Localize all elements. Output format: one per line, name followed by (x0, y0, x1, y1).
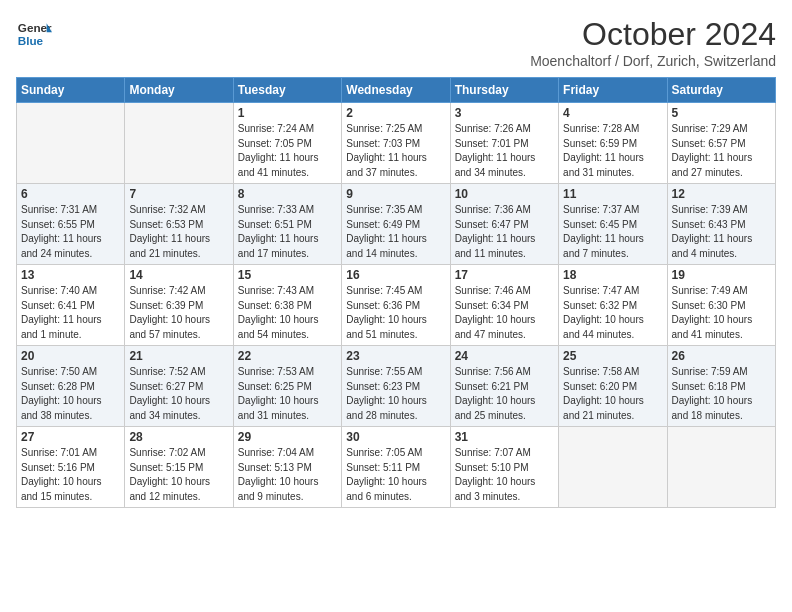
sunset-text: Sunset: 6:30 PM (672, 300, 746, 311)
calendar-cell: 25Sunrise: 7:58 AMSunset: 6:20 PMDayligh… (559, 346, 667, 427)
calendar-cell: 31Sunrise: 7:07 AMSunset: 5:10 PMDayligh… (450, 427, 558, 508)
weekday-header-friday: Friday (559, 78, 667, 103)
daylight-text: Daylight: 11 hours and 27 minutes. (672, 152, 753, 178)
day-info: Sunrise: 7:39 AMSunset: 6:43 PMDaylight:… (672, 203, 771, 261)
day-info: Sunrise: 7:29 AMSunset: 6:57 PMDaylight:… (672, 122, 771, 180)
daylight-text: Daylight: 11 hours and 24 minutes. (21, 233, 102, 259)
daylight-text: Daylight: 11 hours and 31 minutes. (563, 152, 644, 178)
sunrise-text: Sunrise: 7:52 AM (129, 366, 205, 377)
sunset-text: Sunset: 6:21 PM (455, 381, 529, 392)
sunset-text: Sunset: 5:11 PM (346, 462, 420, 473)
sunset-text: Sunset: 6:47 PM (455, 219, 529, 230)
daylight-text: Daylight: 10 hours and 54 minutes. (238, 314, 319, 340)
day-number: 13 (21, 268, 120, 282)
sunrise-text: Sunrise: 7:47 AM (563, 285, 639, 296)
day-number: 24 (455, 349, 554, 363)
sunrise-text: Sunrise: 7:35 AM (346, 204, 422, 215)
sunset-text: Sunset: 6:28 PM (21, 381, 95, 392)
day-number: 8 (238, 187, 337, 201)
sunset-text: Sunset: 6:34 PM (455, 300, 529, 311)
sunrise-text: Sunrise: 7:49 AM (672, 285, 748, 296)
sunset-text: Sunset: 6:20 PM (563, 381, 637, 392)
calendar-cell: 12Sunrise: 7:39 AMSunset: 6:43 PMDayligh… (667, 184, 775, 265)
calendar-cell: 2Sunrise: 7:25 AMSunset: 7:03 PMDaylight… (342, 103, 450, 184)
calendar-cell (559, 427, 667, 508)
calendar-table: SundayMondayTuesdayWednesdayThursdayFrid… (16, 77, 776, 508)
sunrise-text: Sunrise: 7:43 AM (238, 285, 314, 296)
daylight-text: Daylight: 11 hours and 7 minutes. (563, 233, 644, 259)
day-number: 23 (346, 349, 445, 363)
calendar-cell: 28Sunrise: 7:02 AMSunset: 5:15 PMDayligh… (125, 427, 233, 508)
calendar-cell: 23Sunrise: 7:55 AMSunset: 6:23 PMDayligh… (342, 346, 450, 427)
day-number: 6 (21, 187, 120, 201)
title-block: October 2024 Moenchaltorf / Dorf, Zurich… (530, 16, 776, 69)
sunset-text: Sunset: 5:15 PM (129, 462, 203, 473)
sunrise-text: Sunrise: 7:58 AM (563, 366, 639, 377)
daylight-text: Daylight: 11 hours and 1 minute. (21, 314, 102, 340)
day-info: Sunrise: 7:24 AMSunset: 7:05 PMDaylight:… (238, 122, 337, 180)
day-info: Sunrise: 7:05 AMSunset: 5:11 PMDaylight:… (346, 446, 445, 504)
daylight-text: Daylight: 10 hours and 9 minutes. (238, 476, 319, 502)
sunrise-text: Sunrise: 7:46 AM (455, 285, 531, 296)
daylight-text: Daylight: 10 hours and 6 minutes. (346, 476, 427, 502)
sunrise-text: Sunrise: 7:50 AM (21, 366, 97, 377)
daylight-text: Daylight: 11 hours and 41 minutes. (238, 152, 319, 178)
calendar-cell: 1Sunrise: 7:24 AMSunset: 7:05 PMDaylight… (233, 103, 341, 184)
sunset-text: Sunset: 7:05 PM (238, 138, 312, 149)
daylight-text: Daylight: 11 hours and 14 minutes. (346, 233, 427, 259)
calendar-week-5: 27Sunrise: 7:01 AMSunset: 5:16 PMDayligh… (17, 427, 776, 508)
calendar-week-2: 6Sunrise: 7:31 AMSunset: 6:55 PMDaylight… (17, 184, 776, 265)
day-info: Sunrise: 7:58 AMSunset: 6:20 PMDaylight:… (563, 365, 662, 423)
sunset-text: Sunset: 6:39 PM (129, 300, 203, 311)
sunrise-text: Sunrise: 7:59 AM (672, 366, 748, 377)
sunrise-text: Sunrise: 7:55 AM (346, 366, 422, 377)
calendar-cell (667, 427, 775, 508)
daylight-text: Daylight: 10 hours and 44 minutes. (563, 314, 644, 340)
sunrise-text: Sunrise: 7:36 AM (455, 204, 531, 215)
daylight-text: Daylight: 10 hours and 21 minutes. (563, 395, 644, 421)
daylight-text: Daylight: 10 hours and 15 minutes. (21, 476, 102, 502)
sunrise-text: Sunrise: 7:56 AM (455, 366, 531, 377)
daylight-text: Daylight: 10 hours and 47 minutes. (455, 314, 536, 340)
sunrise-text: Sunrise: 7:01 AM (21, 447, 97, 458)
day-info: Sunrise: 7:47 AMSunset: 6:32 PMDaylight:… (563, 284, 662, 342)
calendar-cell: 3Sunrise: 7:26 AMSunset: 7:01 PMDaylight… (450, 103, 558, 184)
sunset-text: Sunset: 6:43 PM (672, 219, 746, 230)
sunset-text: Sunset: 5:16 PM (21, 462, 95, 473)
day-number: 30 (346, 430, 445, 444)
day-number: 15 (238, 268, 337, 282)
day-info: Sunrise: 7:53 AMSunset: 6:25 PMDaylight:… (238, 365, 337, 423)
weekday-header-thursday: Thursday (450, 78, 558, 103)
day-number: 16 (346, 268, 445, 282)
day-info: Sunrise: 7:43 AMSunset: 6:38 PMDaylight:… (238, 284, 337, 342)
calendar-cell: 24Sunrise: 7:56 AMSunset: 6:21 PMDayligh… (450, 346, 558, 427)
day-info: Sunrise: 7:26 AMSunset: 7:01 PMDaylight:… (455, 122, 554, 180)
calendar-cell: 22Sunrise: 7:53 AMSunset: 6:25 PMDayligh… (233, 346, 341, 427)
day-number: 19 (672, 268, 771, 282)
day-info: Sunrise: 7:45 AMSunset: 6:36 PMDaylight:… (346, 284, 445, 342)
day-info: Sunrise: 7:36 AMSunset: 6:47 PMDaylight:… (455, 203, 554, 261)
day-number: 12 (672, 187, 771, 201)
sunset-text: Sunset: 6:25 PM (238, 381, 312, 392)
sunset-text: Sunset: 6:59 PM (563, 138, 637, 149)
day-info: Sunrise: 7:56 AMSunset: 6:21 PMDaylight:… (455, 365, 554, 423)
day-info: Sunrise: 7:07 AMSunset: 5:10 PMDaylight:… (455, 446, 554, 504)
day-number: 26 (672, 349, 771, 363)
month-title: October 2024 (530, 16, 776, 53)
daylight-text: Daylight: 10 hours and 34 minutes. (129, 395, 210, 421)
sunrise-text: Sunrise: 7:28 AM (563, 123, 639, 134)
sunset-text: Sunset: 6:41 PM (21, 300, 95, 311)
daylight-text: Daylight: 10 hours and 18 minutes. (672, 395, 753, 421)
day-number: 14 (129, 268, 228, 282)
calendar-cell: 26Sunrise: 7:59 AMSunset: 6:18 PMDayligh… (667, 346, 775, 427)
day-number: 29 (238, 430, 337, 444)
sunrise-text: Sunrise: 7:07 AM (455, 447, 531, 458)
calendar-cell (17, 103, 125, 184)
calendar-cell: 13Sunrise: 7:40 AMSunset: 6:41 PMDayligh… (17, 265, 125, 346)
sunset-text: Sunset: 6:53 PM (129, 219, 203, 230)
sunset-text: Sunset: 6:32 PM (563, 300, 637, 311)
day-number: 22 (238, 349, 337, 363)
calendar-cell: 14Sunrise: 7:42 AMSunset: 6:39 PMDayligh… (125, 265, 233, 346)
sunrise-text: Sunrise: 7:02 AM (129, 447, 205, 458)
day-info: Sunrise: 7:01 AMSunset: 5:16 PMDaylight:… (21, 446, 120, 504)
